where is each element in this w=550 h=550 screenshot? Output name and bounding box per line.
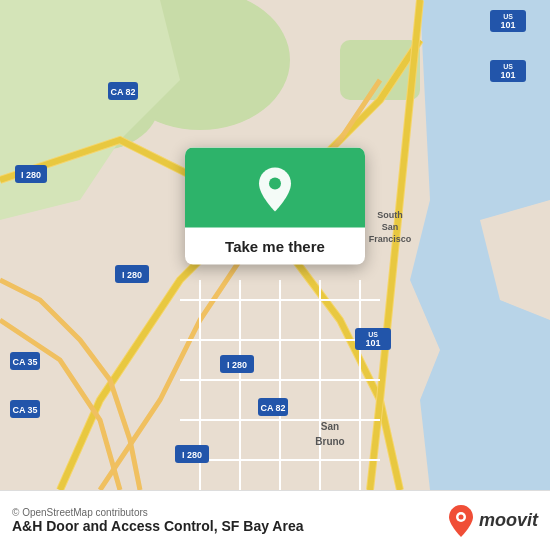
svg-text:I 280: I 280 xyxy=(21,170,41,180)
svg-text:San: San xyxy=(321,421,339,432)
svg-text:CA 35: CA 35 xyxy=(12,405,37,415)
bottom-left: © OpenStreetMap contributors A&H Door an… xyxy=(12,507,303,534)
svg-text:I 280: I 280 xyxy=(182,450,202,460)
location-pin-icon xyxy=(255,165,295,213)
take-me-there-card[interactable]: Take me there xyxy=(185,147,365,264)
svg-text:US: US xyxy=(368,331,378,338)
svg-point-48 xyxy=(458,514,463,519)
location-title: A&H Door and Access Control, SF Bay Area xyxy=(12,518,303,534)
copyright-text: © OpenStreetMap contributors xyxy=(12,507,303,518)
svg-text:Bruno: Bruno xyxy=(315,436,344,447)
card-green-section xyxy=(185,147,365,227)
svg-text:101: 101 xyxy=(365,338,380,348)
svg-text:CA 82: CA 82 xyxy=(260,403,285,413)
moovit-text: moovit xyxy=(479,510,538,531)
svg-text:I 280: I 280 xyxy=(227,360,247,370)
svg-text:101: 101 xyxy=(500,20,515,30)
take-me-there-label[interactable]: Take me there xyxy=(209,227,341,264)
svg-text:US: US xyxy=(503,63,513,70)
svg-text:I 280: I 280 xyxy=(122,270,142,280)
svg-text:101: 101 xyxy=(500,70,515,80)
svg-text:US: US xyxy=(503,13,513,20)
svg-text:South: South xyxy=(377,210,403,220)
moovit-logo: moovit xyxy=(447,504,538,538)
map-container: I 280 I 280 I 280 US 101 US 101 US 101 C… xyxy=(0,0,550,490)
svg-text:San: San xyxy=(382,222,399,232)
moovit-pin-icon xyxy=(447,504,475,538)
svg-text:CA 35: CA 35 xyxy=(12,357,37,367)
bottom-bar: © OpenStreetMap contributors A&H Door an… xyxy=(0,490,550,550)
svg-text:Francisco: Francisco xyxy=(369,234,412,244)
svg-point-46 xyxy=(269,177,281,189)
svg-text:CA 82: CA 82 xyxy=(110,87,135,97)
